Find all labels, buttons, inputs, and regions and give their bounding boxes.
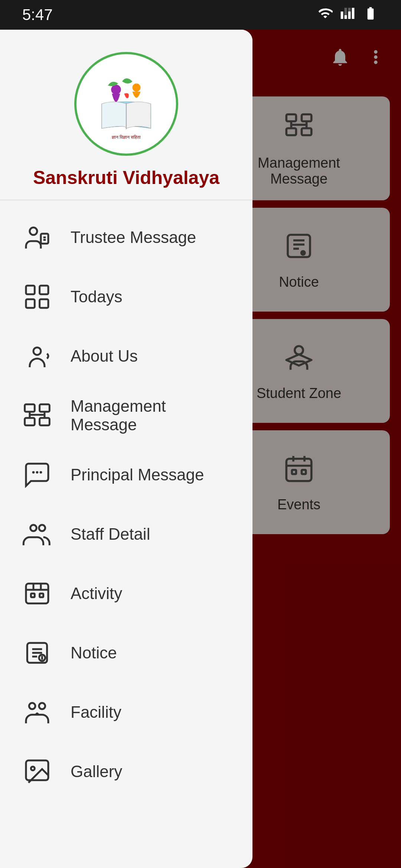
menu-item-notice[interactable]: Notice (0, 623, 252, 683)
svg-rect-34 (40, 404, 50, 412)
menu-item-about-us[interactable]: About Us (0, 326, 252, 386)
svg-point-42 (40, 471, 42, 474)
svg-point-44 (39, 525, 45, 531)
signal-icon (340, 6, 355, 24)
svg-point-40 (32, 471, 35, 474)
svg-rect-28 (40, 286, 48, 294)
about-us-icon (19, 338, 56, 375)
svg-text:ज्ञान विज्ञान सहिता: ज्ञान विज्ञान सहिता (111, 135, 141, 140)
menu-item-principal-message[interactable]: Principal Message (0, 445, 252, 504)
gallery-icon (19, 753, 56, 790)
menu-item-todays[interactable]: Todays (0, 267, 252, 326)
todays-icon (19, 278, 56, 315)
svg-point-43 (30, 525, 37, 531)
navigation-drawer: ज्ञान विज्ञान सहिता Sanskruti Vidhyalaya… (0, 30, 252, 868)
notice-icon (19, 634, 56, 671)
svg-rect-45 (26, 583, 48, 603)
app-logo: ज्ञान विज्ञान सहिता (74, 52, 178, 156)
svg-rect-49 (31, 594, 35, 597)
svg-point-20 (111, 85, 121, 94)
menu-item-staff-detail[interactable]: Staff Detail (0, 504, 252, 564)
menu-item-management-message[interactable]: Management Message (0, 386, 252, 445)
status-bar: 5:47 (0, 0, 401, 30)
about-us-label: About Us (71, 347, 138, 365)
activity-label: Activity (71, 584, 122, 603)
svg-point-57 (29, 703, 35, 709)
svg-point-60 (31, 767, 35, 770)
management-message-label: Management Message (71, 397, 234, 434)
svg-rect-50 (40, 594, 43, 597)
drawer-title: Sanskruti Vidhyalaya (33, 167, 219, 188)
trustee-message-icon (19, 219, 56, 256)
management-message-icon (19, 397, 56, 434)
svg-rect-30 (40, 299, 48, 308)
notice-label: Notice (71, 644, 117, 662)
gallery-label: Gallery (71, 762, 122, 781)
svg-point-31 (33, 348, 41, 355)
staff-detail-label: Staff Detail (71, 525, 150, 543)
drawer-header: ज्ञान विज्ञान सहिता Sanskruti Vidhyalaya (0, 30, 252, 200)
svg-rect-29 (26, 299, 35, 308)
svg-rect-35 (25, 418, 35, 425)
menu-item-gallery[interactable]: Gallery (0, 742, 252, 801)
activity-icon (19, 575, 56, 612)
svg-point-21 (133, 83, 141, 92)
menu-list: Trustee Message Todays (0, 200, 252, 809)
svg-point-23 (30, 227, 37, 235)
status-time: 5:47 (22, 6, 53, 24)
menu-item-facility[interactable]: Facility (0, 683, 252, 742)
facility-label: Facility (71, 703, 121, 721)
svg-point-41 (36, 471, 39, 474)
svg-rect-24 (41, 234, 48, 244)
principal-message-icon (19, 456, 56, 493)
status-icons (318, 6, 379, 24)
battery-icon (362, 6, 379, 24)
menu-item-activity[interactable]: Activity (0, 564, 252, 623)
staff-detail-icon (19, 516, 56, 553)
svg-rect-59 (26, 760, 48, 780)
svg-rect-27 (26, 286, 35, 294)
principal-message-label: Principal Message (71, 466, 204, 484)
menu-item-trustee-message[interactable]: Trustee Message (0, 208, 252, 267)
trustee-message-label: Trustee Message (71, 228, 196, 247)
svg-point-58 (39, 703, 45, 709)
wifi-icon (318, 6, 333, 24)
facility-icon (19, 694, 56, 731)
svg-rect-36 (40, 418, 50, 425)
svg-rect-33 (25, 404, 35, 412)
todays-label: Todays (71, 287, 122, 306)
